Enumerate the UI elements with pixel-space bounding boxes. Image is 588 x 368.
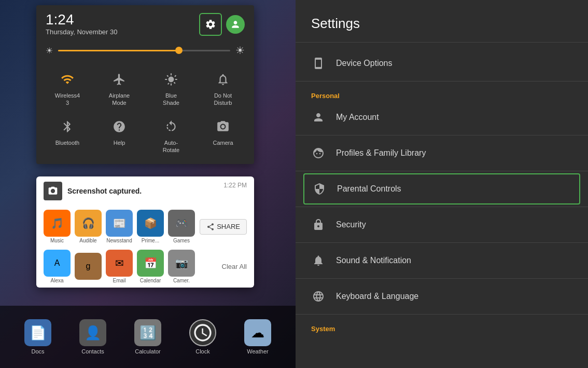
- app-clock[interactable]: Clock: [189, 319, 216, 355]
- camera2-app-icon[interactable]: 📷: [168, 250, 195, 277]
- clear-all-button[interactable]: Clear All: [222, 263, 247, 270]
- calculator-icon: 🔢: [134, 319, 161, 346]
- qs-date-display: Thursday, November 30: [46, 28, 118, 36]
- music-app-icon[interactable]: 🎵: [44, 210, 71, 237]
- divider-2: [296, 135, 588, 135]
- settings-title: Settings: [311, 16, 572, 32]
- user-profile-button[interactable]: [226, 15, 245, 34]
- brightness-slider[interactable]: [58, 50, 230, 51]
- settings-item-parental-controls[interactable]: Parental Controls: [303, 173, 580, 205]
- device-options-label: Device Options: [336, 59, 393, 68]
- parental-controls-label: Parental Controls: [337, 184, 401, 194]
- phone-icon: [311, 56, 326, 71]
- autorotate-icon: [162, 117, 180, 136]
- calendar-app-icon[interactable]: 📅: [137, 250, 164, 277]
- brightness-thumb: [175, 47, 183, 54]
- toast-app-audible[interactable]: 🎧 Audible: [75, 210, 102, 243]
- person-icon: [311, 110, 326, 125]
- toast-app-music[interactable]: 🎵 Music: [44, 210, 71, 243]
- airplane-icon: [110, 70, 129, 89]
- camera-label: Camera: [213, 139, 233, 146]
- alexa-app-icon[interactable]: A: [44, 250, 71, 277]
- settings-item-keyboard[interactable]: Keyboard & Language: [296, 281, 588, 312]
- autorotate-label: Auto-Rotate: [163, 139, 179, 154]
- app-calculator[interactable]: 🔢 Calculator: [134, 319, 161, 355]
- toast-app-games[interactable]: 🎮 Games: [168, 210, 195, 243]
- settings-gear-button[interactable]: [199, 13, 222, 36]
- toast-app-calendar[interactable]: 📅 Calendar: [137, 250, 164, 283]
- goodreads-app-icon[interactable]: g: [75, 253, 102, 280]
- audible-label: Audible: [79, 238, 96, 243]
- right-panel: Settings Device Options Personal My Acco…: [296, 0, 588, 368]
- settings-item-sound[interactable]: Sound & Notification: [296, 245, 588, 276]
- brightness-high-icon: ☀: [235, 44, 245, 57]
- dnd-label: Do NotDisturb: [214, 92, 232, 107]
- my-account-label: My Account: [336, 113, 379, 122]
- toast-app-newsstand[interactable]: 📰 Newsstand: [106, 210, 133, 243]
- security-label: Security: [336, 220, 366, 229]
- app-contacts[interactable]: 👤 Contacts: [79, 319, 106, 355]
- weather-icon: ☁: [244, 319, 271, 346]
- games-app-icon[interactable]: 🎮: [168, 210, 195, 237]
- settings-item-profiles[interactable]: Profiles & Family Library: [296, 138, 588, 169]
- clock-label: Clock: [195, 348, 210, 355]
- toggle-blueshade[interactable]: BlueShade: [145, 65, 197, 112]
- screenshot-icon: [44, 182, 62, 200]
- toast-app-email[interactable]: ✉ Email: [106, 250, 133, 283]
- toast-app-camera2[interactable]: 📷 Camer.: [168, 250, 195, 283]
- share-label: SHARE: [217, 223, 240, 230]
- qs-toggles-grid: Wireless43 AirplaneMode BlueShade: [36, 62, 254, 164]
- prime-app-icon[interactable]: 📦: [137, 210, 164, 237]
- system-section-label: System: [296, 317, 588, 335]
- toggle-bluetooth[interactable]: Bluetooth: [41, 112, 93, 159]
- toast-time: 1:22 PM: [223, 182, 247, 189]
- help-icon: [110, 117, 129, 136]
- screenshot-toast: Screenshot captured. 1:22 PM 🎵 Music 🎧 A…: [36, 176, 254, 288]
- toast-apps-row: 🎵 Music 🎧 Audible 📰 Newsstand 📦 Prime...…: [36, 206, 254, 248]
- face-icon: [311, 146, 326, 160]
- qs-header: 1:24 Thursday, November 30: [36, 5, 254, 41]
- toast-header: Screenshot captured. 1:22 PM: [36, 176, 254, 206]
- newsstand-app-icon[interactable]: 📰: [106, 210, 133, 237]
- email-app-icon[interactable]: ✉: [106, 250, 133, 277]
- weather-label: Weather: [247, 348, 268, 355]
- app-weather[interactable]: ☁ Weather: [244, 319, 271, 355]
- toggle-wireless[interactable]: Wireless43: [41, 65, 93, 112]
- brightness-row[interactable]: ☀ ☀: [36, 41, 254, 62]
- wireless-label: Wireless43: [55, 92, 80, 107]
- settings-item-security[interactable]: Security: [296, 209, 588, 240]
- contacts-icon: 👤: [79, 319, 106, 346]
- audible-app-icon[interactable]: 🎧: [75, 210, 102, 237]
- toggle-dnd[interactable]: Do NotDisturb: [197, 65, 249, 112]
- settings-header: Settings: [296, 0, 588, 43]
- settings-item-my-account[interactable]: My Account: [296, 102, 588, 133]
- toast-app-alexa[interactable]: A Alexa: [44, 250, 71, 283]
- qs-time: 1:24 Thursday, November 30: [46, 12, 118, 36]
- app-docs[interactable]: 📄 Docs: [24, 319, 51, 355]
- docs-label: Docs: [31, 348, 44, 355]
- settings-item-device-options[interactable]: Device Options: [296, 48, 588, 79]
- shield-icon: [312, 182, 327, 196]
- docs-icon: 📄: [24, 319, 51, 346]
- toast-content: Screenshot captured.: [67, 187, 218, 195]
- toast-app-goodreads[interactable]: g: [75, 253, 102, 281]
- clock-icon: [189, 319, 216, 346]
- device-bottom-bar: 📄 Docs 👤 Contacts 🔢 Calculator Clock ☁ W…: [0, 306, 296, 368]
- bluetooth-label: Bluetooth: [55, 139, 79, 146]
- globe-icon: [311, 289, 326, 304]
- keyboard-label: Keyboard & Language: [336, 292, 418, 301]
- contacts-label: Contacts: [81, 348, 104, 355]
- toast-app-prime[interactable]: 📦 Prime...: [137, 210, 164, 243]
- games-label: Games: [173, 238, 190, 243]
- toggle-autorotate[interactable]: Auto-Rotate: [145, 112, 197, 159]
- divider-5: [296, 242, 588, 243]
- airplane-label: AirplaneMode: [109, 92, 130, 107]
- newsstand-label: Newsstand: [106, 238, 132, 243]
- camera2-label: Camer.: [173, 278, 190, 283]
- toggle-camera[interactable]: Camera: [197, 112, 249, 159]
- toggle-help[interactable]: Help: [93, 112, 145, 159]
- qs-time-display: 1:24: [46, 12, 118, 27]
- share-button[interactable]: SHARE: [200, 219, 247, 235]
- toggle-airplane[interactable]: AirplaneMode: [93, 65, 145, 112]
- help-label: Help: [114, 139, 125, 146]
